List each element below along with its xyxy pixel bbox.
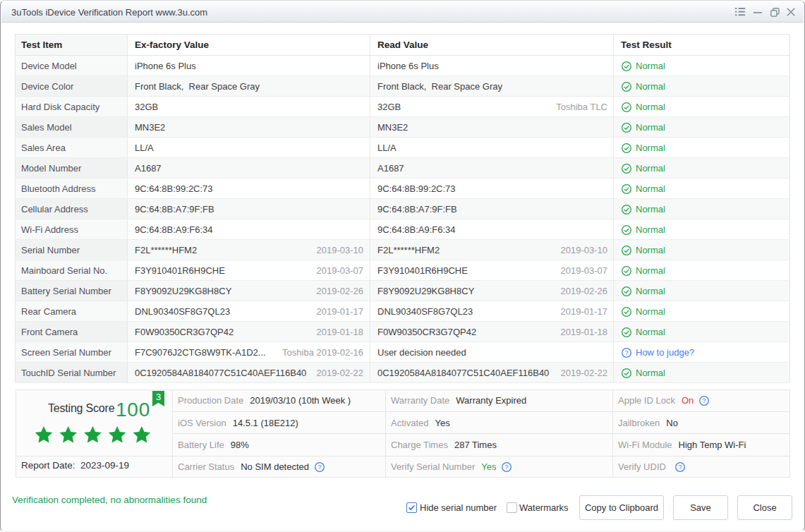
svg-text:?: ? — [702, 397, 706, 404]
svg-text:?: ? — [317, 464, 321, 471]
svg-text:?: ? — [624, 349, 628, 356]
svg-text:?: ? — [505, 464, 509, 471]
svg-text:?: ? — [678, 464, 682, 471]
